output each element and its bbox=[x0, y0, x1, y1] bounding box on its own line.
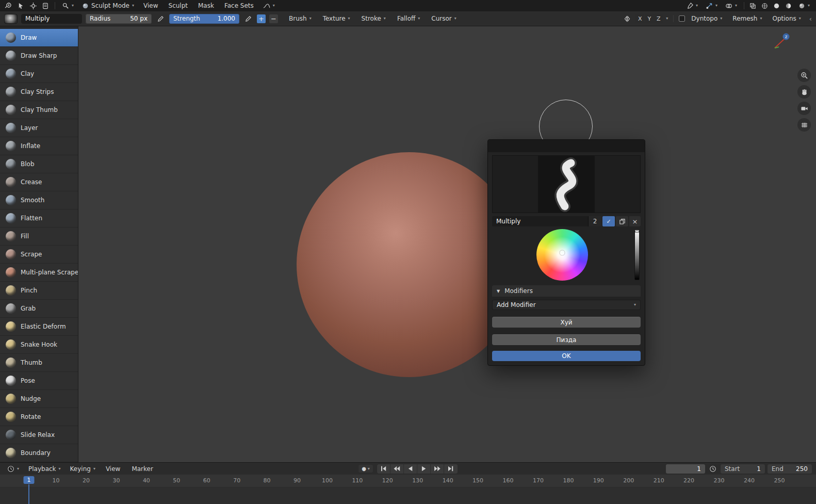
frame-tick[interactable]: 10 bbox=[53, 477, 60, 484]
frame-tick[interactable]: 100 bbox=[322, 477, 333, 484]
popup-brush-name-field[interactable]: Multiply bbox=[492, 216, 588, 226]
color-cursor[interactable] bbox=[560, 251, 565, 255]
collapse-region-icon[interactable]: ‹ bbox=[809, 15, 812, 23]
camera-view-icon[interactable] bbox=[797, 102, 811, 115]
jump-to-start-button[interactable] bbox=[377, 464, 390, 474]
duplicate-icon[interactable] bbox=[616, 216, 628, 226]
frame-tick[interactable]: 60 bbox=[203, 477, 210, 484]
frame-tick[interactable]: 50 bbox=[173, 477, 180, 484]
falloff-shape-dropdown[interactable]: ▾ bbox=[260, 2, 278, 10]
eyedropper-dropdown[interactable]: ▾ bbox=[683, 2, 701, 10]
shading-material-button[interactable] bbox=[784, 1, 794, 10]
end-frame-field[interactable]: End 250 bbox=[768, 464, 812, 474]
radius-slider[interactable]: Radius 50 px bbox=[86, 14, 152, 24]
menu-view[interactable]: View bbox=[139, 1, 162, 10]
tool-item-grab[interactable]: Grab bbox=[0, 300, 78, 318]
tool-item-draw[interactable]: Draw bbox=[0, 29, 78, 47]
navigation-gizmo[interactable]: z bbox=[771, 31, 791, 54]
shading-rendered-button[interactable]: ▾ bbox=[795, 2, 813, 10]
radius-pressure-icon[interactable] bbox=[155, 14, 166, 23]
tool-item-boundary[interactable]: Boundary bbox=[0, 444, 78, 462]
close-icon[interactable]: × bbox=[629, 216, 641, 226]
strength-slider[interactable]: Strength 1.000 bbox=[169, 14, 239, 24]
dropdown-cursor[interactable]: Cursor▾ bbox=[428, 14, 459, 23]
frame-tick[interactable]: 210 bbox=[654, 477, 664, 484]
frame-tick[interactable]: 150 bbox=[472, 477, 483, 484]
frame-tick[interactable]: 120 bbox=[382, 477, 393, 484]
value-slider-handle[interactable] bbox=[635, 231, 639, 233]
dropdown-options[interactable]: Options▾ bbox=[769, 14, 804, 23]
frame-tick[interactable]: 230 bbox=[714, 477, 725, 484]
frame-tick[interactable]: 30 bbox=[112, 477, 120, 484]
tool-item-clay-strips[interactable]: Clay Strips bbox=[0, 83, 78, 101]
frame-tick[interactable]: 110 bbox=[352, 477, 363, 484]
tool-item-fill[interactable]: Fill bbox=[0, 227, 78, 246]
ok-button[interactable]: OK bbox=[492, 351, 641, 361]
frame-tick[interactable]: 160 bbox=[503, 477, 514, 484]
brush-preview-thumbnail[interactable] bbox=[4, 14, 18, 24]
play-forward-button[interactable] bbox=[417, 464, 431, 474]
frame-tick[interactable]: 220 bbox=[683, 477, 694, 484]
tool-item-clay-thumb[interactable]: Clay Thumb bbox=[0, 101, 78, 119]
tool-item-pinch[interactable]: Pinch bbox=[0, 282, 78, 300]
brush-preview-image[interactable] bbox=[538, 156, 595, 213]
viewport-3d[interactable]: z bbox=[78, 26, 816, 462]
frame-tick[interactable]: 190 bbox=[593, 477, 604, 484]
select-box-tool-icon[interactable] bbox=[15, 1, 26, 10]
frame-tick[interactable]: 180 bbox=[563, 477, 574, 484]
dropdown-remesh[interactable]: Remesh▾ bbox=[729, 14, 765, 23]
tool-item-clay[interactable]: Clay bbox=[0, 65, 78, 83]
popup-button-пизда[interactable]: Пизда bbox=[492, 334, 641, 345]
toggle-perspective-icon[interactable] bbox=[797, 118, 811, 132]
tool-item-scrape[interactable]: Scrape bbox=[0, 246, 78, 264]
frame-tick[interactable]: 250 bbox=[774, 477, 785, 484]
frame-tick[interactable]: 170 bbox=[533, 477, 544, 484]
tool-item-crease[interactable]: Crease bbox=[0, 173, 78, 191]
users-count-badge[interactable]: 2 bbox=[588, 216, 601, 226]
tool-item-elastic-deform[interactable]: Elastic Deform bbox=[0, 318, 78, 336]
remove-brush-button[interactable]: − bbox=[269, 14, 278, 23]
dropdown-falloff[interactable]: Falloff▾ bbox=[394, 14, 423, 23]
shading-solid-button[interactable] bbox=[772, 1, 782, 10]
frame-tick[interactable]: 130 bbox=[412, 477, 423, 484]
tool-item-rotate[interactable]: Rotate bbox=[0, 408, 78, 426]
tool-item-smooth[interactable]: Smooth bbox=[0, 191, 78, 209]
playback-menu[interactable]: Playback ▾ bbox=[25, 464, 64, 474]
frame-tick[interactable]: 20 bbox=[83, 477, 90, 484]
dropdown-dyntopo[interactable]: Dyntopo▾ bbox=[688, 14, 725, 23]
tool-settings-dropdown[interactable]: ▾ bbox=[59, 2, 77, 10]
tool-item-snake-hook[interactable]: Snake Hook bbox=[0, 336, 78, 354]
use-preview-range-icon[interactable] bbox=[708, 464, 718, 474]
tool-item-draw-sharp[interactable]: Draw Sharp bbox=[0, 47, 78, 65]
blender-menu-icon[interactable] bbox=[3, 1, 13, 10]
playhead-line[interactable] bbox=[28, 484, 29, 504]
dyntopo-checkbox[interactable] bbox=[679, 15, 685, 22]
play-reverse-button[interactable] bbox=[404, 464, 417, 474]
mirror-axis-y[interactable]: Y bbox=[645, 14, 654, 23]
frame-tick[interactable]: 140 bbox=[443, 477, 453, 484]
tool-item-nudge[interactable]: Nudge bbox=[0, 390, 78, 408]
menu-sculpt[interactable]: Sculpt bbox=[165, 1, 192, 10]
jump-to-end-button[interactable] bbox=[444, 464, 458, 474]
hue-wheel[interactable] bbox=[536, 229, 588, 281]
value-slider[interactable] bbox=[634, 230, 640, 280]
strength-pressure-icon[interactable] bbox=[243, 14, 253, 23]
dropdown-stroke[interactable]: Stroke▾ bbox=[358, 14, 389, 23]
timeline-marker-menu[interactable]: Marker bbox=[127, 464, 157, 474]
frame-tick[interactable]: 70 bbox=[233, 477, 240, 484]
next-keyframe-button[interactable] bbox=[431, 464, 444, 474]
tool-item-inflate[interactable]: Inflate bbox=[0, 137, 78, 155]
overlays-dropdown[interactable]: ▾ bbox=[722, 2, 740, 10]
dropdown-brush[interactable]: Brush▾ bbox=[286, 14, 315, 23]
auto-keying-record-button[interactable]: ● ▾ bbox=[358, 465, 373, 473]
mirror-axis-z[interactable]: Z bbox=[654, 14, 663, 23]
dropdown-texture[interactable]: Texture▾ bbox=[320, 14, 353, 23]
start-frame-field[interactable]: Start 1 bbox=[721, 464, 765, 474]
tool-item-slide-relax[interactable]: Slide Relax bbox=[0, 426, 78, 444]
symmetry-icon[interactable] bbox=[622, 14, 632, 23]
frame-tick[interactable]: 40 bbox=[143, 477, 150, 484]
mirror-axis-x[interactable]: X bbox=[635, 14, 644, 23]
popup-header[interactable] bbox=[488, 140, 645, 152]
fake-user-shield-icon[interactable]: ✓ bbox=[602, 216, 615, 226]
add-brush-button[interactable]: + bbox=[257, 14, 266, 23]
